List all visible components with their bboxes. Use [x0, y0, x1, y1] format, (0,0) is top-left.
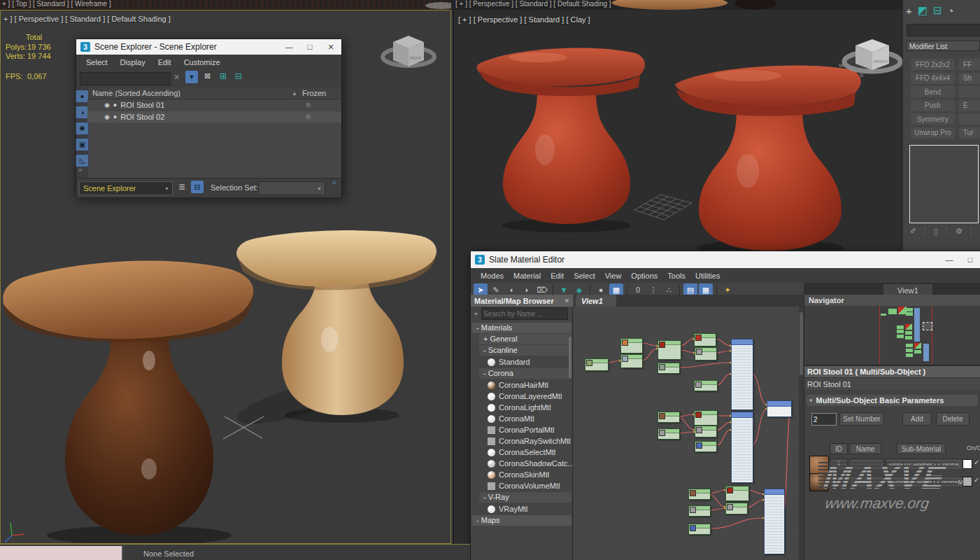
browser-material-item[interactable]: CoronaSkinMtl: [471, 469, 573, 480]
frozen-column-header[interactable]: Frozen: [297, 89, 341, 97]
scrollbar-thumb[interactable]: [800, 312, 803, 375]
map-node[interactable]: [725, 486, 749, 501]
column-header[interactable]: Name (Sorted Ascending) ▲ Frozen: [88, 88, 341, 99]
minimize-button[interactable]: —: [278, 43, 299, 51]
material-node[interactable]: [731, 339, 753, 410]
filter-icon[interactable]: ▼: [185, 71, 198, 83]
expand-tree-icon[interactable]: ⊞: [220, 71, 227, 81]
browser-group-header[interactable]: - V-Ray: [479, 492, 571, 503]
menu-edit[interactable]: Edit: [158, 58, 171, 66]
scene-row-roi-stool-02[interactable]: ◉ ● ROI Stool 02 ❄: [87, 111, 341, 122]
modify-tab-icon[interactable]: ◩: [918, 4, 928, 17]
object-name[interactable]: ROI Stool 01: [120, 101, 301, 109]
minimize-button[interactable]: —: [939, 255, 960, 264]
navigator-header[interactable]: Navigator: [804, 295, 980, 306]
modifier-list-dropdown[interactable]: Modifier List: [906, 41, 980, 51]
name-column-header[interactable]: Name (Sorted Ascending): [88, 89, 292, 97]
collapse-tree-icon[interactable]: ⊟: [235, 71, 242, 81]
modifier-button[interactable]: Unwrap Pro: [911, 127, 955, 139]
map-node[interactable]: [658, 412, 680, 423]
selection-set-dropdown[interactable]: ▼: [258, 181, 325, 195]
browser-group-header[interactable]: - Maps: [472, 515, 571, 526]
menu-select[interactable]: Select: [86, 58, 108, 66]
browser-material-item[interactable]: CoronaMtl: [471, 413, 573, 424]
browser-header[interactable]: Material/Map Browser ✕: [471, 295, 573, 307]
node-view-scrollbar[interactable]: [799, 307, 804, 560]
map-node[interactable]: [620, 338, 643, 354]
submaterial-enabled-checkbox[interactable]: ✓: [974, 458, 979, 466]
viewcube[interactable]: FRONT: [383, 36, 434, 66]
close-button[interactable]: ✕: [320, 43, 341, 52]
clear-search-icon[interactable]: ✕: [173, 73, 180, 82]
scene-explorer-window[interactable]: 3 Scene Explorer - Scene Explorer — □ ✕ …: [76, 38, 342, 197]
modifier-button[interactable]: Push: [911, 100, 955, 111]
scene-row-roi-stool-01[interactable]: ◉ ● ROI Stool 01 ❄: [87, 99, 341, 111]
menu-options[interactable]: Options: [631, 272, 658, 280]
frozen-toggle-icon[interactable]: ❄: [305, 101, 341, 110]
map-node[interactable]: [620, 354, 643, 368]
object-name-field[interactable]: [907, 24, 980, 36]
menu-customize[interactable]: Customize: [184, 58, 220, 66]
menu-modes[interactable]: Modes: [481, 272, 504, 280]
rollout-multisubobject[interactable]: ▾ Multi/Sub-Object Basic Parameters: [807, 395, 978, 406]
scene-explorer-titlebar[interactable]: 3 Scene Explorer - Scene Explorer — □ ✕: [76, 39, 341, 55]
map-node[interactable]: [688, 524, 711, 535]
map-node[interactable]: [694, 333, 716, 346]
submaterial-color-swatch[interactable]: [963, 459, 972, 469]
map-node[interactable]: [658, 340, 681, 360]
id-column-button[interactable]: ID: [830, 443, 848, 454]
name-column-button[interactable]: Name: [849, 443, 881, 454]
material-node[interactable]: [764, 489, 785, 554]
browser-material-item[interactable]: CoronaVolumeMtl: [471, 480, 573, 491]
submaterial-column-button[interactable]: Sub-Material: [897, 443, 946, 454]
modifier-stack[interactable]: [909, 145, 979, 223]
add-button[interactable]: Add: [902, 412, 932, 426]
clay-stool-right[interactable]: [675, 66, 861, 256]
browser-group-header[interactable]: + General: [479, 334, 571, 344]
viewport-label[interactable]: [ + ] [ Perspective ] [ Standard ] [ Cla…: [458, 15, 590, 24]
menu-select[interactable]: Select: [574, 272, 595, 280]
browser-material-item[interactable]: CoronaPortalMtl: [471, 424, 573, 435]
menu-material[interactable]: Material: [513, 272, 541, 280]
visibility-eye-icon[interactable]: ◉: [104, 113, 110, 120]
layer-explorer-icon[interactable]: ≣: [178, 182, 185, 192]
modifier-button[interactable]: Tur: [959, 127, 980, 139]
maximize-button[interactable]: □: [960, 255, 980, 264]
material-node[interactable]: [731, 412, 753, 483]
configure-modifier-sets-icon[interactable]: ⚙: [956, 227, 963, 236]
submaterial-color-swatch[interactable]: [963, 477, 972, 486]
browser-material-item[interactable]: CoronaLightMtl: [471, 402, 573, 413]
material-count-field[interactable]: [811, 413, 837, 426]
object-dot-icon[interactable]: ●: [113, 102, 117, 108]
create-tab-icon[interactable]: +: [906, 5, 912, 17]
slate-material-editor-window[interactable]: 3 Slate Material Editor — □ Modes Materi…: [470, 251, 980, 560]
grid-helper[interactable]: [634, 195, 692, 220]
viewport-label-top-right[interactable]: [ + ] [ Perspective ] [ Standard ] [ Def…: [455, 0, 611, 8]
output-material-node[interactable]: [767, 400, 792, 417]
map-node[interactable]: [585, 358, 609, 371]
modifier-button[interactable]: FF: [959, 59, 980, 70]
menu-display[interactable]: Display: [120, 58, 145, 66]
browser-material-item[interactable]: CoronaHairMtl: [471, 379, 573, 391]
map-node[interactable]: [725, 503, 748, 514]
modifier-button[interactable]: Bend: [911, 86, 955, 97]
hierarchy-tab-icon[interactable]: ⊟: [933, 4, 942, 17]
browser-group-header[interactable]: - Materials: [472, 323, 571, 333]
modifier-button[interactable]: Sh: [959, 73, 980, 84]
set-number-button[interactable]: Set Number: [839, 412, 884, 426]
menu-utilities[interactable]: Utilities: [695, 272, 720, 280]
modifier-button[interactable]: FFD 2x2x2: [911, 59, 955, 70]
browser-group-header[interactable]: - Corona: [479, 368, 571, 379]
menu-edit[interactable]: Edit: [551, 272, 564, 280]
explorer-name-dropdown[interactable]: Scene Explorer ▼: [79, 181, 173, 195]
map-node[interactable]: [695, 426, 717, 438]
browser-material-item[interactable]: VRayMtl: [471, 503, 573, 514]
lock-icon[interactable]: ⊠: [204, 71, 211, 80]
map-node[interactable]: [688, 489, 711, 500]
map-node[interactable]: [658, 428, 680, 440]
stool-walnut[interactable]: [3, 261, 253, 544]
modifier-button[interactable]: [959, 86, 980, 97]
modifier-button[interactable]: E: [959, 100, 980, 111]
modifier-button[interactable]: Symmetry: [911, 113, 955, 125]
browser-material-item[interactable]: CoronaSelectMtl: [471, 447, 573, 458]
